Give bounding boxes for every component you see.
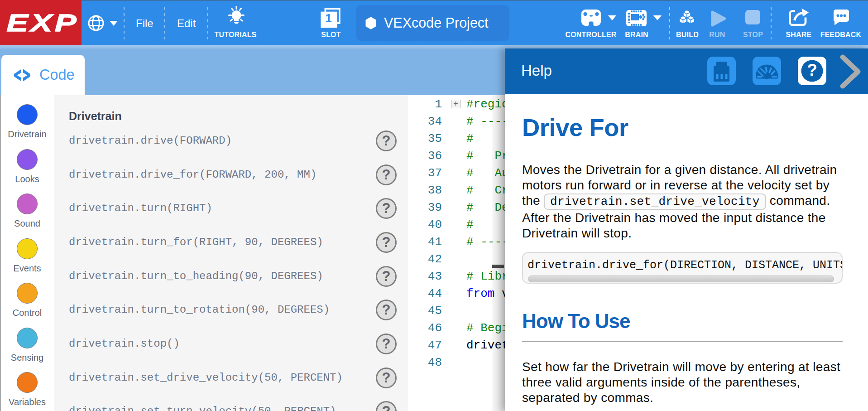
svg-text:1: 1 <box>325 11 331 25</box>
svg-text:?: ? <box>807 61 817 79</box>
